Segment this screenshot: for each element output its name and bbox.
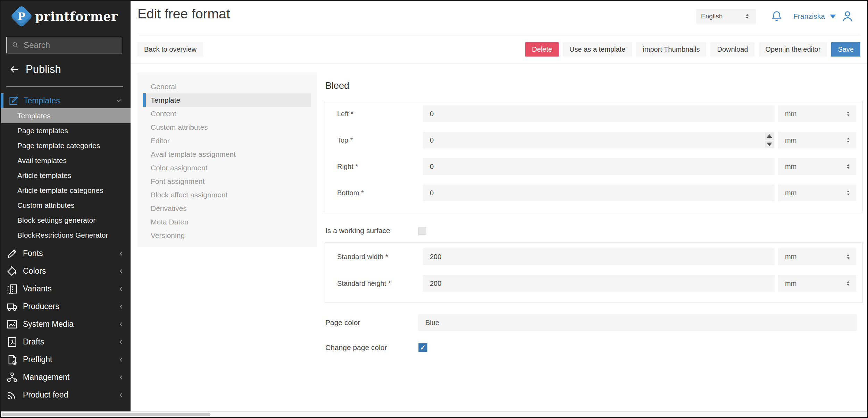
size-standard-height-input[interactable]: 200 [423,275,775,292]
field-label: Right * [337,163,423,171]
paint-bucket-icon [6,265,18,277]
bleed-left-input[interactable]: 0 [423,105,775,122]
user-menu[interactable]: Franziska [793,10,854,23]
bell-icon [770,10,783,23]
sidebar-subitem-custom-attributes[interactable]: Custom attributes [1,198,131,213]
chevron-left-icon[interactable] [117,303,125,310]
header-divider [137,34,860,34]
unit-select[interactable]: mm [778,132,856,148]
settings-nav-item-meta-daten[interactable]: Meta Daten [143,215,311,229]
download-button[interactable]: Download [710,42,754,57]
unit-select[interactable]: mm [778,248,856,265]
sidebar-subitem-avail-templates[interactable]: Avail templates [1,153,131,168]
sidebar-item-product-feed[interactable]: Product feed [1,386,131,404]
settings-nav-item-editor[interactable]: Editor [143,134,311,147]
open-in-editor-button[interactable]: Open in the editor [759,42,827,57]
field-value: 0 [430,189,434,197]
sidebar-subitem-templates[interactable]: Templates [1,108,131,123]
chevron-left-icon[interactable] [117,321,125,328]
sidebar-subitem-block-settings-generator[interactable]: Block settings generator [1,213,131,228]
bleed-group-box: Left *0mmTop *0mmRight *0mmBottom *0mm [325,101,863,212]
working-surface-checkbox[interactable] [418,227,426,235]
sidebar-item-drafts[interactable]: Drafts [1,333,131,351]
sidebar-item-label: Preflight [23,355,52,364]
sidebar-subitem-article-template-categories[interactable]: Article template categories [1,183,131,198]
sidebar-item-variants[interactable]: Variants [1,280,131,298]
size-standard-width-input[interactable]: 200 [423,248,775,265]
chevron-down-icon[interactable] [115,96,123,105]
bleed-section-title: Bleed [325,80,349,91]
sidebar-item-system-media[interactable]: System Media [1,315,131,333]
delete-button[interactable]: Delete [525,42,559,57]
sidebar-item-fonts[interactable]: Fonts [1,245,131,262]
triangle-up-icon [767,134,772,138]
unit-select[interactable]: mm [778,185,856,201]
sidebar-item-label: Drafts [23,337,44,347]
active-indicator-bar [1,93,3,108]
section-label: Publish [26,63,61,76]
unit-select[interactable]: mm [778,158,856,175]
bleed-top-input[interactable]: 0 [423,132,775,148]
bleed-right-input[interactable]: 0 [423,158,775,175]
pdf-file-icon [6,336,18,348]
sidebar-search[interactable] [6,37,122,53]
field-label: Standard width * [337,253,423,261]
number-spinner[interactable] [765,133,774,148]
settings-nav-item-font-assignment[interactable]: Font assignment [143,174,311,188]
chevron-left-icon[interactable] [117,267,125,275]
page-title: Edit free format [137,6,230,22]
publish-back[interactable]: Publish [9,63,61,76]
sidebar-item-templates-group[interactable]: Templates [1,93,131,108]
import-thumbnails-button[interactable]: import Thumbnails [636,42,706,57]
unit-select[interactable]: mm [778,105,856,122]
settings-nav-item-template[interactable]: Template [143,93,311,107]
search-input[interactable] [24,40,117,50]
arrow-left-icon [9,64,19,75]
field-label: Left * [337,110,423,118]
field-value: 0 [430,136,434,144]
unit-select[interactable]: mm [778,275,856,292]
settings-nav-item-avail-template-assignment[interactable]: Avail template assignment [143,147,311,161]
notifications-button[interactable] [770,10,783,23]
language-select[interactable]: English [696,9,756,24]
select-sort-icon [844,136,852,144]
spinner-up-button[interactable] [765,133,774,140]
change-page-color-checkbox[interactable]: ✓ [418,343,427,352]
sidebar-subitem-page-template-categories[interactable]: Page template categories [1,138,131,153]
chevron-left-icon[interactable] [117,374,125,381]
bleed-bottom-input[interactable]: 0 [423,185,775,201]
bleed-row-bottom: Bottom *0mm [337,185,856,201]
sidebar-item-colors[interactable]: Colors [1,262,131,280]
sidebar-item-management[interactable]: Management [1,368,131,386]
settings-nav-item-content[interactable]: Content [143,107,311,120]
chevron-left-icon[interactable] [117,391,125,399]
org-people-icon [6,372,18,383]
back-to-overview-button[interactable]: Back to overview [137,42,203,57]
settings-nav-item-versioning[interactable]: Versioning [143,229,311,242]
settings-nav-item-general[interactable]: General [143,80,311,93]
chevron-left-icon[interactable] [117,285,125,293]
sidebar-subitem-blockrestrictions-generator[interactable]: BlockRestrictions Generator [1,228,131,242]
save-button[interactable]: Save [831,42,860,57]
chevron-left-icon[interactable] [117,356,125,364]
brand-logo[interactable]: P printformer [1,8,131,24]
sidebar-item-label: Colors [23,266,46,276]
use-as-template-button[interactable]: Use as a template [563,42,632,57]
unit-value: mm [785,189,844,197]
sidebar-item-preflight[interactable]: Preflight [1,351,131,368]
sidebar-item-producers[interactable]: Producers [1,298,131,315]
sidebar-subitem-article-templates[interactable]: Article templates [1,168,131,183]
sidebar-subitem-page-templates[interactable]: Page templates [1,123,131,138]
chevron-left-icon[interactable] [117,250,125,257]
field-value: 200 [430,280,441,288]
horizontal-scrollbar[interactable] [1,411,867,417]
field-label: Bottom * [337,189,423,197]
settings-nav-item-color-assignment[interactable]: Color assignment [143,161,311,174]
page-color-field[interactable]: Blue [418,314,857,331]
chevron-left-icon[interactable] [117,338,125,346]
spinner-down-button[interactable] [765,141,774,148]
settings-nav-item-custom-attributes[interactable]: Custom attributes [143,120,311,134]
settings-nav-item-block-effect-assignment[interactable]: Block effect assignment [143,188,311,202]
settings-nav-item-derivatives[interactable]: Derivatives [143,202,311,215]
scrollbar-thumb[interactable] [2,413,210,416]
